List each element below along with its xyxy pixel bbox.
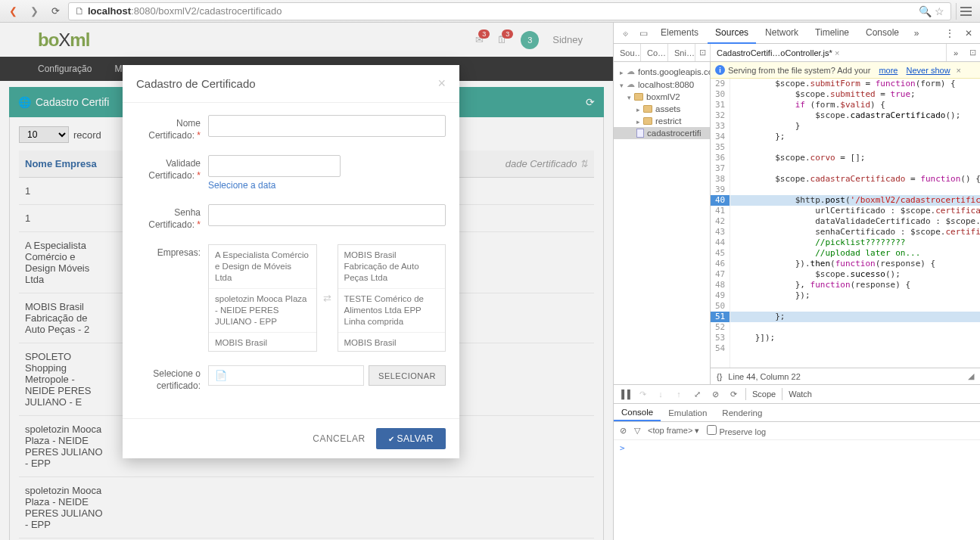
picklist-option[interactable]: spoletozin Mooca Plaza - NEIDE PERES JUL… [209, 289, 316, 333]
async-icon[interactable]: ⟳ [727, 389, 739, 399]
source-tree[interactable]: fonts.googleapis.co localhost:8080 boxml… [614, 62, 711, 384]
modal-cadastro-certificado: Cadastro de Certificado × Nome Certifica… [123, 65, 459, 458]
input-validade-certificado[interactable] [208, 155, 341, 177]
nav-back-button[interactable]: ❮ [5, 3, 21, 20]
preserve-log-checkbox[interactable]: Preserve log [707, 425, 766, 436]
picklist-option[interactable]: TESTE Comérico de Alimentos Ltda EPP Lin… [338, 289, 446, 333]
cancel-button[interactable]: CANCELAR [313, 433, 365, 444]
pause-icon[interactable]: ▐▐ [618, 389, 630, 399]
search-icon[interactable]: 🔍 [919, 5, 932, 17]
console-input[interactable]: > [614, 440, 980, 540]
step-out-icon[interactable]: ↑ [673, 389, 685, 399]
info-never-show-link[interactable]: Never show [907, 66, 950, 75]
scope-tab[interactable]: Scope [752, 389, 776, 399]
label-validade: Validade Certificado: * [136, 155, 208, 191]
modal-title: Cadastro de Certificado [136, 77, 256, 90]
clear-console-icon[interactable]: ⊘ [620, 426, 627, 436]
tab-network[interactable]: Network [758, 23, 806, 44]
picklist-option[interactable]: MOBIS Brasil Fabricação de Auto Peças - … [209, 333, 316, 352]
folder-icon [643, 117, 652, 125]
reload-button[interactable]: ⟳ [47, 3, 64, 20]
drawer-tab-rendering[interactable]: Rendering [714, 405, 770, 421]
input-nome-certificado[interactable] [208, 115, 446, 137]
info-bar: i Serving from the file system? Add your… [711, 62, 980, 79]
url-host: localhost [88, 5, 131, 17]
subtab-content[interactable]: Co… [641, 44, 668, 61]
cloud-icon [627, 67, 635, 76]
tab-sources[interactable]: Sources [708, 23, 756, 44]
subtab-sources[interactable]: Sou… [614, 44, 641, 61]
picklist-option[interactable]: MOBIS Brasil Fabricação de Auto Peças Lt… [338, 245, 446, 289]
pretty-print-icon[interactable]: {} [717, 372, 722, 381]
file-icon: 📄 [215, 370, 227, 381]
nav-forward-button[interactable]: ❯ [26, 3, 42, 20]
label-nome: Nome Certificado: * [136, 115, 208, 141]
tab-console[interactable]: Console [858, 23, 907, 44]
step-into-icon[interactable]: ↓ [655, 389, 667, 399]
tab-elements[interactable]: Elements [653, 23, 706, 44]
deactivate-breakpoints-icon[interactable]: ⤢ [691, 389, 703, 399]
label-selecione-cert: Selecione o certificado: [136, 365, 208, 392]
file-icon [636, 129, 644, 138]
tabs-overflow-icon[interactable]: » [908, 28, 925, 39]
url-port: :8080 [131, 5, 156, 17]
device-icon[interactable]: ▭ [635, 28, 652, 39]
file-select-button[interactable]: SELECIONAR [369, 365, 446, 386]
file-tabs-overflow-icon[interactable]: » [947, 44, 965, 61]
tab-timeline[interactable]: Timeline [807, 23, 857, 44]
url-path: /boxmlV2/cadastrocertificado [156, 5, 282, 17]
status-resize-icon[interactable]: ◢ [968, 371, 974, 381]
step-over-icon[interactable]: ↷ [636, 389, 649, 399]
folder-icon [634, 93, 643, 101]
watch-tab[interactable]: Watch [789, 389, 812, 399]
input-senha-certificado[interactable] [208, 204, 446, 226]
info-more-link[interactable]: more [879, 66, 898, 75]
frame-select[interactable]: <top frame> ▾ [648, 426, 699, 436]
label-senha: Senha Certificado: * [136, 204, 208, 231]
drawer-tab-emulation[interactable]: Emulation [661, 405, 714, 421]
menu-button[interactable] [956, 3, 975, 20]
cloud-icon [627, 79, 635, 89]
filter-icon[interactable]: ▽ [634, 426, 640, 436]
picklist-option[interactable]: MOBIS Brasil Fabricação de Auto Peças Lt… [338, 333, 446, 352]
picklist-available[interactable]: A Especialista Comércio e Design de Móve… [208, 244, 317, 352]
url-bar[interactable]: 🗋 localhost :8080 /boxmlV2/cadastrocerti… [68, 2, 951, 20]
editor-status-bar: {} Line 44, Column 22 ◢ [711, 368, 980, 384]
file-tab[interactable]: CadastroCertifi…oController.js* × [711, 44, 947, 61]
code-editor[interactable]: 2930313233343536373839404142434445464748… [711, 79, 980, 368]
picklist-option[interactable]: A Especialista Comércio e Design de Móve… [209, 245, 316, 289]
folder-icon [643, 105, 652, 113]
picklist-move-icon[interactable]: ⇄ [323, 293, 331, 304]
bookmark-icon[interactable]: ☆ [935, 5, 944, 17]
info-icon: i [715, 65, 725, 75]
info-close-icon[interactable]: × [957, 66, 961, 75]
sidebar-toggle-icon[interactable]: ⊡ [695, 44, 711, 61]
devtools-menu-icon[interactable]: ⋮ [941, 28, 959, 39]
subtab-snippets[interactable]: Sni… [668, 44, 695, 61]
sidebar-right-toggle-icon[interactable]: ⊡ [965, 44, 980, 61]
modal-close-icon[interactable]: × [437, 76, 446, 92]
label-empresas: Empresas: [136, 244, 208, 352]
devtools-close-icon[interactable]: ✕ [960, 28, 977, 39]
drawer-tab-console[interactable]: Console [614, 405, 661, 421]
file-display: 📄 [208, 365, 364, 386]
date-hint[interactable]: Selecione a data [208, 180, 275, 191]
inspect-icon[interactable]: ⟐ [617, 28, 633, 39]
pause-exceptions-icon[interactable]: ⊘ [709, 389, 721, 399]
save-button[interactable]: SALVAR [376, 428, 446, 449]
picklist-selected[interactable]: MOBIS Brasil Fabricação de Auto Peças Lt… [338, 244, 446, 352]
